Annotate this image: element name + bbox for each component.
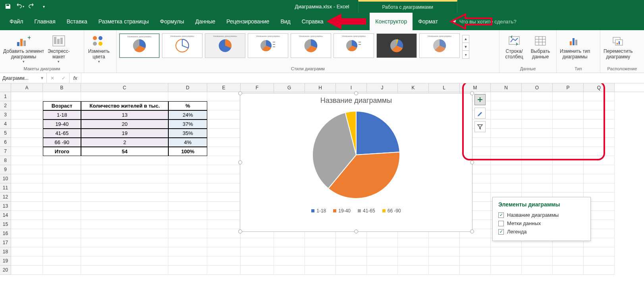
tab-insert[interactable]: Вставка xyxy=(61,13,93,30)
move-chart-button[interactable]: Переместить диаграмму xyxy=(603,32,634,61)
row-head-2[interactable]: 2 xyxy=(0,101,11,110)
cell-Q2[interactable] xyxy=(584,101,615,110)
sheet-grid[interactable]: ABCDEFGHIJKLMNOPQ 12ВозрастКоличество жи… xyxy=(0,83,644,293)
tab-review[interactable]: Рецензирование xyxy=(221,13,275,30)
cell-C12[interactable] xyxy=(81,193,168,202)
cell-P2[interactable] xyxy=(553,101,584,110)
cell-B4[interactable]: 19-40 xyxy=(43,120,81,129)
cell-D14[interactable] xyxy=(168,211,207,220)
cell-B7[interactable]: Итого xyxy=(43,147,81,156)
cell-B15[interactable] xyxy=(43,220,81,229)
cell-B11[interactable] xyxy=(43,183,81,193)
cell-O6[interactable] xyxy=(522,138,553,147)
col-head-F[interactable]: F xyxy=(241,83,274,92)
cell-P4[interactable] xyxy=(553,120,584,129)
cell-A17[interactable] xyxy=(11,238,43,247)
cell-E18[interactable] xyxy=(207,247,241,256)
row-head-9[interactable]: 9 xyxy=(0,165,11,174)
cell-B6[interactable]: 66 -90 xyxy=(43,138,81,147)
cell-N3[interactable] xyxy=(491,110,522,120)
cell-Q1[interactable] xyxy=(584,92,615,101)
cell-E3[interactable] xyxy=(207,110,241,120)
cell-P5[interactable] xyxy=(553,129,584,138)
chart-filter-button[interactable] xyxy=(474,121,486,132)
cell-Q6[interactable] xyxy=(584,138,615,147)
cell-C4[interactable]: 20 xyxy=(81,120,168,129)
col-head-M[interactable]: M xyxy=(460,83,491,92)
cell-B8[interactable] xyxy=(43,156,81,165)
cell-E16[interactable] xyxy=(207,229,241,238)
chart-resize-handle[interactable] xyxy=(238,91,242,95)
cell-E5[interactable] xyxy=(207,129,241,138)
tab-page-layout[interactable]: Разметка страницы xyxy=(93,13,154,30)
cell-D13[interactable] xyxy=(168,202,207,211)
cell-O10[interactable] xyxy=(522,174,553,183)
cell-E15[interactable] xyxy=(207,220,241,229)
cell-P20[interactable] xyxy=(553,266,584,275)
cell-E19[interactable] xyxy=(207,256,241,266)
row-head-6[interactable]: 6 xyxy=(0,138,11,147)
cell-F19[interactable] xyxy=(241,256,274,266)
formula-input[interactable] xyxy=(81,73,644,83)
cell-D8[interactable] xyxy=(168,156,207,165)
cell-B19[interactable] xyxy=(43,256,81,266)
cell-N19[interactable] xyxy=(491,256,522,266)
cell-E4[interactable] xyxy=(207,120,241,129)
cell-C6[interactable]: 2 xyxy=(81,138,168,147)
cell-L18[interactable] xyxy=(429,247,460,256)
cell-B14[interactable] xyxy=(43,211,81,220)
col-head-B[interactable]: B xyxy=(43,83,81,92)
cell-F20[interactable] xyxy=(241,266,274,275)
cell-N8[interactable] xyxy=(491,156,522,165)
cell-J18[interactable] xyxy=(367,247,398,256)
cell-E17[interactable] xyxy=(207,238,241,247)
cell-K20[interactable] xyxy=(398,266,429,275)
col-head-C[interactable]: C xyxy=(81,83,168,92)
tab-file[interactable]: Файл xyxy=(4,13,29,30)
cell-A2[interactable] xyxy=(11,101,43,110)
row-head-3[interactable]: 3 xyxy=(0,110,11,120)
cell-N9[interactable] xyxy=(491,165,522,174)
cell-A4[interactable] xyxy=(11,120,43,129)
cell-E9[interactable] xyxy=(207,165,241,174)
cell-A9[interactable] xyxy=(11,165,43,174)
tab-home[interactable]: Главная xyxy=(29,13,61,30)
cell-D20[interactable] xyxy=(168,266,207,275)
cell-C17[interactable] xyxy=(81,238,168,247)
cell-O11[interactable] xyxy=(522,183,553,193)
cell-A14[interactable] xyxy=(11,211,43,220)
cell-N5[interactable] xyxy=(491,129,522,138)
cell-C18[interactable] xyxy=(81,247,168,256)
cell-H20[interactable] xyxy=(305,266,336,275)
cell-J19[interactable] xyxy=(367,256,398,266)
checkbox-icon[interactable] xyxy=(498,221,504,226)
row-head-19[interactable]: 19 xyxy=(0,256,11,266)
legend-item[interactable]: 66 -90 xyxy=(382,208,401,214)
tab-chart-format[interactable]: Формат xyxy=(413,13,443,30)
cell-M20[interactable] xyxy=(460,266,491,275)
cell-A1[interactable] xyxy=(11,92,43,101)
cell-D19[interactable] xyxy=(168,256,207,266)
cell-E1[interactable] xyxy=(207,92,241,101)
cell-Q4[interactable] xyxy=(584,120,615,129)
col-head-Q[interactable]: Q xyxy=(584,83,615,92)
row-head-7[interactable]: 7 xyxy=(0,147,11,156)
cell-A19[interactable] xyxy=(11,256,43,266)
cell-Q5[interactable] xyxy=(584,129,615,138)
cell-N11[interactable] xyxy=(491,183,522,193)
cell-N10[interactable] xyxy=(491,174,522,183)
cell-B5[interactable]: 41-65 xyxy=(43,129,81,138)
chart-style-6[interactable]: Название диаграммы xyxy=(334,33,374,58)
cell-C10[interactable] xyxy=(81,174,168,183)
tab-formulas[interactable]: Формулы xyxy=(154,13,190,30)
cell-E13[interactable] xyxy=(207,202,241,211)
cell-B17[interactable] xyxy=(43,238,81,247)
cell-N2[interactable] xyxy=(491,101,522,110)
cell-I20[interactable] xyxy=(336,266,367,275)
col-head-A[interactable]: A xyxy=(11,83,43,92)
cell-C9[interactable] xyxy=(81,165,168,174)
col-head-J[interactable]: J xyxy=(367,83,398,92)
cell-A15[interactable] xyxy=(11,220,43,229)
cell-A18[interactable] xyxy=(11,247,43,256)
save-icon[interactable] xyxy=(2,2,13,11)
